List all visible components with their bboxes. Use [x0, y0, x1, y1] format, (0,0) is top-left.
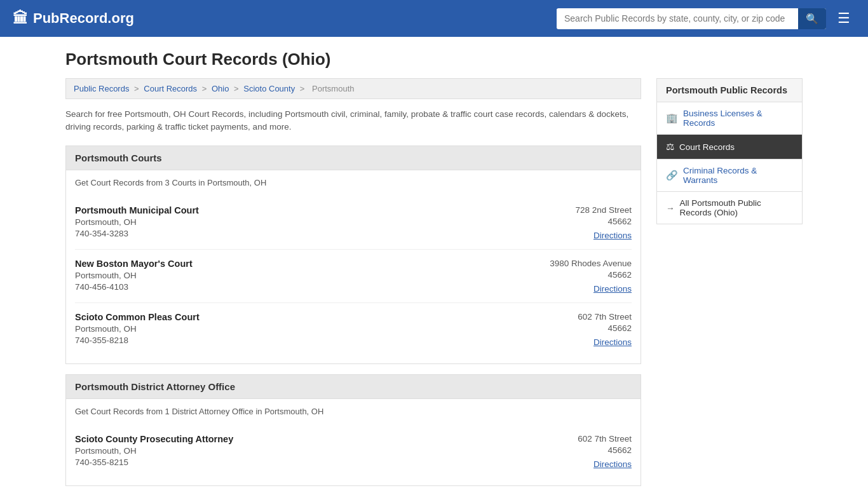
attorney-entry-0: Scioto County Prosecuting Attorney Ports… [75, 425, 632, 478]
logo-icon: 🏛 [13, 10, 28, 27]
attorney-section-header: Portsmouth District Attorney Office [65, 374, 641, 399]
breadcrumb-current: Portsmouth [312, 84, 354, 93]
breadcrumb-link-court-records[interactable]: Court Records [144, 84, 197, 93]
building-icon: 🏢 [666, 112, 678, 124]
sidebar-item-criminal-records[interactable]: 🔗 Criminal Records & Warrants [656, 159, 803, 192]
sidebar-title: Portsmouth Public Records [656, 78, 803, 102]
court-address-1: 3980 Rhodes Avenue [517, 259, 632, 268]
attorney-phone-0: 740-355-8215 [75, 458, 233, 467]
breadcrumb-sep-4: > [300, 84, 307, 93]
sidebar-label-all: All Portsmouth Public Records (Ohio) [680, 198, 794, 217]
search-input[interactable] [557, 9, 798, 28]
breadcrumb-sep-3: > [234, 84, 241, 93]
court-phone-0: 740-354-3283 [75, 229, 199, 238]
courts-section-body: Get Court Records from 3 Courts in Ports… [65, 170, 641, 364]
attorney-city-0: Portsmouth, OH [75, 446, 233, 456]
directions-link-1[interactable]: Directions [593, 284, 632, 294]
court-phone-1: 740-456-4103 [75, 282, 193, 292]
court-city-1: Portsmouth, OH [75, 271, 193, 280]
directions-link-0[interactable]: Directions [593, 231, 632, 240]
sidebar-item-all-records[interactable]: → All Portsmouth Public Records (Ohio) [656, 192, 803, 224]
sidebar-label-criminal: Criminal Records & Warrants [683, 166, 793, 185]
courts-section: Portsmouth Courts Get Court Records from… [65, 146, 641, 364]
court-entry-1: New Boston Mayor's Court Portsmouth, OH … [75, 250, 632, 303]
link-icon: 🔗 [666, 170, 678, 181]
logo-text: PubRecord.org [33, 10, 134, 27]
court-city-0: Portsmouth, OH [75, 217, 199, 227]
site-logo[interactable]: 🏛 PubRecord.org [13, 10, 134, 27]
court-name-1: New Boston Mayor's Court [75, 259, 193, 269]
breadcrumb-link-public-records[interactable]: Public Records [74, 84, 129, 93]
attorney-left-0: Scioto County Prosecuting Attorney Ports… [75, 434, 233, 469]
court-left-1: New Boston Mayor's Court Portsmouth, OH … [75, 259, 193, 294]
sidebar-item-business-licenses[interactable]: 🏢 Business Licenses & Records [656, 102, 803, 135]
court-phone-2: 740-355-8218 [75, 336, 200, 345]
main-content: Public Records > Court Records > Ohio > … [65, 78, 641, 488]
menu-icon: ☰ [837, 10, 850, 26]
page-title: Portsmouth Court Records (Ohio) [65, 50, 803, 69]
page-description: Search for free Portsmouth, OH Court Rec… [65, 108, 641, 134]
attorney-section: Portsmouth District Attorney Office Get … [65, 374, 641, 486]
court-name-2: Scioto Common Pleas Court [75, 312, 200, 322]
court-city-2: Portsmouth, OH [75, 324, 200, 334]
court-address-0: 728 2nd Street [517, 205, 632, 215]
header-right: 🔍 ☰ [557, 8, 855, 29]
court-entry-0: Portsmouth Municipal Court Portsmouth, O… [75, 196, 632, 250]
search-icon: 🔍 [806, 13, 818, 24]
sidebar: Portsmouth Public Records 🏢 Business Lic… [656, 78, 803, 224]
court-right-1: 3980 Rhodes Avenue 45662 Directions [517, 259, 632, 294]
sidebar-item-court-records[interactable]: ⚖ Court Records [656, 135, 803, 159]
breadcrumb: Public Records > Court Records > Ohio > … [65, 78, 641, 99]
court-name-0: Portsmouth Municipal Court [75, 205, 199, 215]
court-left-0: Portsmouth Municipal Court Portsmouth, O… [75, 205, 199, 240]
court-zip-0: 45662 [517, 217, 632, 226]
scales-icon: ⚖ [666, 141, 674, 152]
content-layout: Public Records > Court Records > Ohio > … [65, 78, 803, 488]
court-zip-1: 45662 [517, 270, 632, 280]
attorney-zip-0: 45662 [517, 445, 632, 455]
court-right-2: 602 7th Street 45662 Directions [517, 312, 632, 347]
attorney-count: Get Court Records from 1 District Attorn… [75, 407, 632, 416]
attorney-address-0: 602 7th Street [517, 434, 632, 444]
courts-section-header: Portsmouth Courts [65, 146, 641, 170]
sidebar-label-court: Court Records [679, 142, 735, 152]
attorney-right-0: 602 7th Street 45662 Directions [517, 434, 632, 469]
court-zip-2: 45662 [517, 323, 632, 333]
court-entry-2: Scioto Common Pleas Court Portsmouth, OH… [75, 303, 632, 356]
attorney-name-0: Scioto County Prosecuting Attorney [75, 434, 233, 444]
arrow-icon: → [666, 203, 675, 213]
search-button[interactable]: 🔍 [798, 8, 826, 29]
courts-count: Get Court Records from 3 Courts in Ports… [75, 178, 632, 187]
breadcrumb-link-scioto-county[interactable]: Scioto County [243, 84, 295, 93]
court-right-0: 728 2nd Street 45662 Directions [517, 205, 632, 240]
sidebar-label-business: Business Licenses & Records [683, 109, 793, 128]
directions-link-2[interactable]: Directions [593, 337, 632, 347]
breadcrumb-sep-2: > [202, 84, 209, 93]
court-address-2: 602 7th Street [517, 312, 632, 322]
search-wrapper: 🔍 [557, 8, 826, 29]
attorney-directions-0[interactable]: Directions [593, 459, 632, 469]
site-header: 🏛 PubRecord.org 🔍 ☰ [0, 0, 868, 37]
court-left-2: Scioto Common Pleas Court Portsmouth, OH… [75, 312, 200, 347]
attorney-section-body: Get Court Records from 1 District Attorn… [65, 399, 641, 486]
menu-button[interactable]: ☰ [832, 9, 855, 28]
breadcrumb-link-ohio[interactable]: Ohio [212, 84, 229, 93]
breadcrumb-sep-1: > [134, 84, 141, 93]
main-container: Portsmouth Court Records (Ohio) Public R… [53, 37, 815, 488]
